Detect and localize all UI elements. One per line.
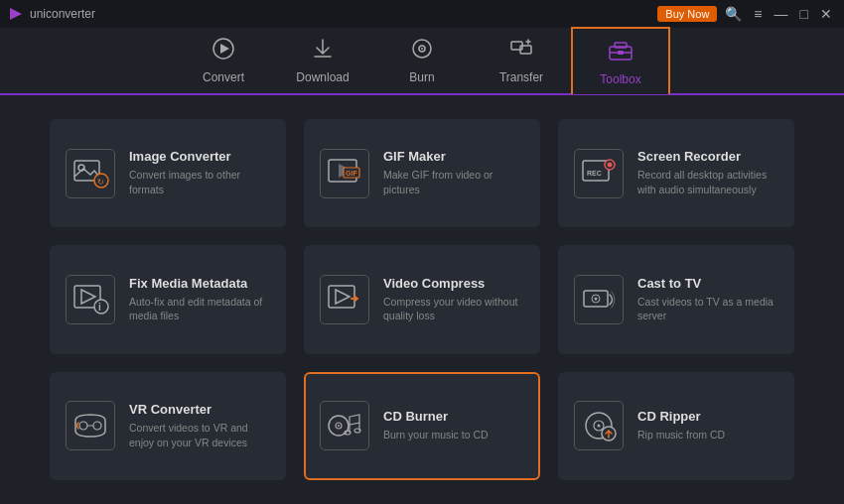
nav-item-download[interactable]: Download: [273, 27, 372, 94]
cd-ripper-title: CD Ripper: [637, 409, 725, 424]
svg-point-37: [338, 425, 340, 427]
nav-label-transfer: Transfer: [499, 70, 543, 84]
nav-item-toolbox[interactable]: Toolbox: [571, 27, 670, 94]
tool-card-image-converter[interactable]: ↻ Image Converter Convert images to othe…: [50, 119, 286, 227]
fix-media-metadata-text: Fix Media Metadata Auto-fix and edit met…: [129, 276, 270, 323]
nav-label-convert: Convert: [203, 70, 244, 84]
screen-recorder-text: Screen Recorder Record all desktop activ…: [637, 149, 778, 196]
nav-bar: Convert Download Burn Tran: [0, 28, 844, 95]
download-icon: [311, 37, 335, 66]
svg-point-26: [94, 300, 108, 314]
vr-converter-icon: [66, 401, 115, 450]
image-converter-desc: Convert images to other formats: [129, 168, 270, 196]
svg-point-44: [598, 425, 601, 428]
gif-maker-title: GIF Maker: [383, 149, 524, 164]
cd-burner-desc: Burn your music to CD: [383, 428, 489, 442]
nav-label-toolbox: Toolbox: [600, 72, 640, 86]
title-bar: uniconverter Buy Now 🔍 ≡ — □ ✕: [0, 0, 844, 28]
screen-recorder-icon: REC: [574, 149, 624, 198]
maximize-button[interactable]: □: [796, 6, 812, 22]
video-compress-desc: Compress your video without quality loss: [383, 295, 524, 323]
nav-item-burn[interactable]: Burn: [372, 27, 472, 94]
cd-burner-title: CD Burner: [383, 409, 489, 424]
cast-to-tv-icon: [574, 275, 624, 324]
nav-label-burn: Burn: [409, 70, 434, 84]
video-compress-title: Video Compress: [383, 276, 524, 291]
cast-to-tv-desc: Cast videos to TV as a media server: [637, 295, 778, 323]
svg-marker-0: [10, 8, 22, 20]
image-converter-icon: ↻: [66, 149, 115, 198]
tool-card-cast-to-tv[interactable]: Cast to TV Cast videos to TV as a media …: [558, 245, 794, 353]
svg-point-34: [93, 422, 101, 430]
tool-card-video-compress[interactable]: Video Compress Compress your video witho…: [304, 245, 540, 353]
gif-maker-icon: GIF: [320, 149, 369, 198]
svg-text:GIF: GIF: [346, 170, 357, 177]
fix-media-metadata-desc: Auto-fix and edit metadata of media file…: [129, 295, 270, 323]
svg-point-5: [421, 48, 423, 50]
screen-recorder-desc: Record all desktop activities with audio…: [637, 168, 778, 196]
transfer-icon: [509, 37, 533, 66]
tool-card-fix-media-metadata[interactable]: i Fix Media Metadata Auto-fix and edit m…: [50, 245, 286, 353]
search-button[interactable]: 🔍: [721, 6, 746, 22]
toolbox-icon: [608, 37, 633, 68]
cd-burner-text: CD Burner Burn your music to CD: [383, 409, 489, 442]
app-title: uniconverter: [30, 7, 95, 21]
svg-marker-2: [220, 44, 229, 54]
image-converter-title: Image Converter: [129, 149, 270, 164]
vr-converter-text: VR Converter Convert videos to VR and en…: [129, 402, 270, 449]
nav-item-convert[interactable]: Convert: [174, 27, 273, 94]
video-compress-icon: [320, 275, 369, 324]
svg-point-33: [79, 422, 87, 430]
vr-converter-title: VR Converter: [129, 402, 270, 417]
nav-label-download: Download: [296, 70, 349, 84]
screen-recorder-title: Screen Recorder: [637, 149, 778, 164]
tool-card-gif-maker[interactable]: GIF GIF Maker Make GIF from video or pic…: [304, 119, 540, 227]
gif-maker-desc: Make GIF from video or pictures: [383, 168, 524, 196]
title-bar-left: uniconverter: [8, 6, 95, 22]
minimize-button[interactable]: —: [771, 6, 792, 22]
cd-ripper-text: CD Ripper Rip music from CD: [637, 409, 725, 442]
tool-card-vr-converter[interactable]: VR Converter Convert videos to VR and en…: [50, 372, 286, 480]
svg-rect-9: [615, 43, 627, 48]
burn-icon: [410, 37, 434, 66]
nav-item-transfer[interactable]: Transfer: [472, 27, 571, 94]
cast-to-tv-text: Cast to TV Cast videos to TV as a media …: [637, 276, 778, 323]
cd-ripper-desc: Rip music from CD: [637, 428, 725, 442]
fix-media-metadata-title: Fix Media Metadata: [129, 276, 270, 291]
title-bar-right: Buy Now 🔍 ≡ — □ ✕: [657, 6, 836, 22]
svg-text:i: i: [98, 302, 101, 313]
menu-button[interactable]: ≡: [750, 6, 766, 22]
toolbox-grid: ↻ Image Converter Convert images to othe…: [0, 95, 844, 504]
svg-point-22: [608, 162, 613, 167]
image-converter-text: Image Converter Convert images to other …: [129, 149, 270, 196]
app-logo-icon: [8, 6, 24, 22]
svg-marker-29: [336, 290, 350, 304]
buy-now-button[interactable]: Buy Now: [657, 6, 717, 22]
svg-point-32: [595, 297, 598, 300]
vr-converter-desc: Convert videos to VR and enjoy on your V…: [129, 421, 270, 449]
tool-card-cd-burner[interactable]: CD Burner Burn your music to CD: [304, 372, 540, 480]
svg-marker-25: [81, 290, 95, 304]
gif-maker-text: GIF Maker Make GIF from video or picture…: [383, 149, 524, 196]
video-compress-text: Video Compress Compress your video witho…: [383, 276, 524, 323]
close-button[interactable]: ✕: [816, 6, 836, 22]
svg-text:REC: REC: [587, 170, 602, 177]
cd-burner-icon: [320, 401, 369, 450]
fix-media-metadata-icon: i: [66, 275, 115, 324]
svg-rect-11: [618, 51, 624, 55]
cast-to-tv-title: Cast to TV: [637, 276, 778, 291]
tool-card-cd-ripper[interactable]: CD Ripper Rip music from CD: [558, 372, 794, 480]
tool-card-screen-recorder[interactable]: REC Screen Recorder Record all desktop a…: [558, 119, 794, 227]
convert-icon: [211, 37, 235, 66]
svg-text:↻: ↻: [97, 178, 104, 187]
cd-ripper-icon: [574, 401, 624, 450]
